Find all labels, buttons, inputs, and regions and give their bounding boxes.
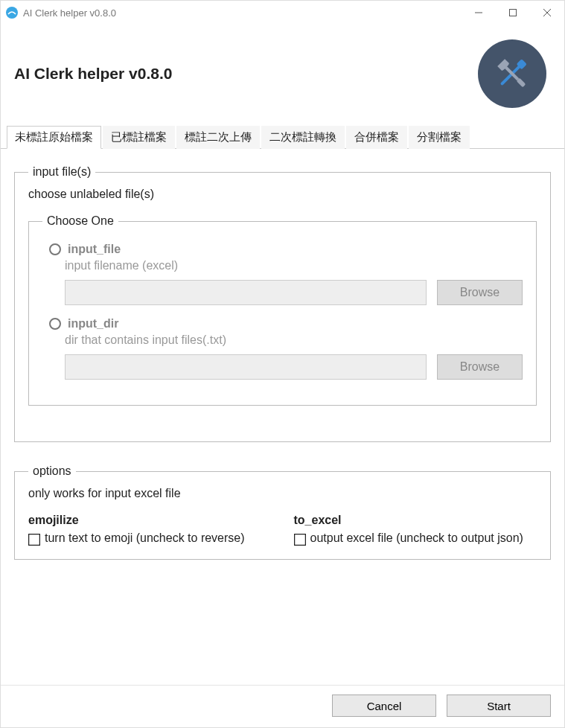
tab-second-label-convert[interactable]: 二次標註轉換 (261, 126, 345, 149)
tools-icon (478, 39, 546, 108)
to-excel-label: output excel file (uncheck to output jso… (310, 531, 523, 545)
input-dir-field[interactable] (65, 354, 427, 380)
radio-input-file[interactable]: input_file (48, 243, 523, 256)
content: input file(s) choose unlabeled file(s) C… (1, 149, 564, 685)
svg-point-10 (50, 319, 60, 329)
choose-one-group: Choose One input_file input filename (ex… (28, 214, 537, 406)
radio-icon (48, 317, 62, 331)
tab-merge-file[interactable]: 合併檔案 (346, 126, 407, 149)
browse-input-file-button[interactable]: Browse (437, 280, 523, 305)
emojilize-checkbox[interactable]: turn text to emoji (uncheck to reverse) (28, 531, 272, 546)
options-subtitle: only works for input excel file (28, 487, 537, 500)
choose-one-legend: Choose One (42, 214, 118, 228)
options-group: options only works for input excel file … (14, 464, 551, 560)
options-legend: options (28, 464, 76, 478)
input-file-field[interactable] (65, 280, 427, 305)
tab-label-reupload[interactable]: 標註二次上傳 (176, 126, 260, 149)
to-excel-heading: to_excel (294, 514, 537, 527)
checkbox-icon (294, 534, 306, 546)
tab-unlabeled-source[interactable]: 未標註原始檔案 (7, 126, 101, 149)
to-excel-checkbox[interactable]: output excel file (uncheck to output jso… (294, 531, 537, 546)
page-title: AI Clerk helper v0.8.0 (14, 65, 172, 83)
tabs: 未標註原始檔案 已標註檔案 標註二次上傳 二次標註轉換 合併檔案 分割檔案 (1, 126, 564, 149)
header: AI Clerk helper v0.8.0 (1, 25, 564, 123)
svg-point-9 (50, 244, 60, 255)
browse-input-dir-button[interactable]: Browse (437, 354, 523, 380)
radio-input-dir-label: input_dir (68, 317, 118, 331)
radio-input-file-label: input_file (68, 243, 121, 256)
window-controls (462, 1, 564, 25)
title-bar: AI Clerk helper v0.8.0 (1, 1, 564, 25)
emojilize-heading: emojilize (28, 514, 272, 527)
minimize-button[interactable] (462, 1, 496, 25)
emojilize-option: emojilize turn text to emoji (uncheck to… (28, 514, 272, 546)
tab-labeled-file[interactable]: 已標註檔案 (103, 126, 175, 149)
app-icon (5, 6, 19, 19)
radio-icon (48, 243, 62, 256)
window-title: AI Clerk helper v0.8.0 (23, 7, 462, 19)
svg-rect-12 (294, 534, 305, 546)
close-button[interactable] (530, 1, 564, 25)
start-button[interactable]: Start (447, 695, 551, 717)
svg-rect-2 (510, 10, 517, 16)
checkbox-icon (28, 534, 40, 546)
bottom-bar: Cancel Start (1, 685, 564, 727)
input-files-group: input file(s) choose unlabeled file(s) C… (14, 165, 551, 442)
input-files-subtitle: choose unlabeled file(s) (28, 188, 537, 201)
input-file-hint: input filename (excel) (65, 259, 523, 272)
svg-point-0 (6, 7, 18, 19)
cancel-button[interactable]: Cancel (332, 695, 436, 717)
maximize-button[interactable] (496, 1, 530, 25)
radio-input-dir[interactable]: input_dir (48, 317, 523, 331)
svg-rect-11 (29, 534, 40, 546)
tab-split-file[interactable]: 分割檔案 (409, 126, 470, 149)
to-excel-option: to_excel output excel file (uncheck to o… (294, 514, 537, 546)
emojilize-label: turn text to emoji (uncheck to reverse) (45, 531, 245, 545)
input-files-legend: input file(s) (28, 165, 95, 179)
input-dir-hint: dir that contains input files(.txt) (65, 333, 523, 347)
